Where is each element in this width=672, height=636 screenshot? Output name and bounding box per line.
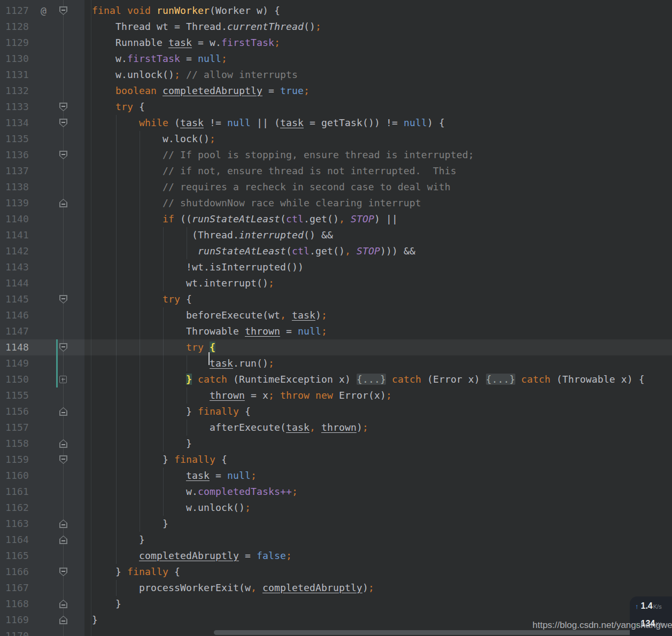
- code-text: w.completedTasks++;: [92, 484, 298, 500]
- fold-start-icon[interactable]: [59, 119, 67, 127]
- fold-end-icon[interactable]: [59, 439, 67, 448]
- code-line[interactable]: 1141 (Thread.interrupted() &&: [0, 227, 672, 243]
- code-text: } finally {: [92, 564, 180, 580]
- line-number: 1148: [0, 339, 29, 355]
- line-number: 1140: [0, 211, 29, 227]
- line-number: 1149: [0, 355, 29, 371]
- code-text: // If pool is stopping, ensure thread is…: [92, 147, 474, 163]
- line-number: 1132: [0, 83, 29, 99]
- code-line[interactable]: 1135 w.lock();: [0, 131, 672, 147]
- code-text: Runnable task = w.firstTask;: [92, 35, 280, 51]
- code-text: // requires a recheck in second case to …: [92, 179, 451, 195]
- line-number: 1162: [0, 500, 29, 516]
- line-number: 1155: [0, 387, 29, 404]
- fold-start-icon[interactable]: [59, 151, 67, 159]
- code-line[interactable]: 1131 w.unlock(); // allow interrupts: [0, 67, 672, 83]
- line-number: 1137: [0, 163, 29, 179]
- code-line[interactable]: 1147 Throwable thrown = null;: [0, 323, 672, 339]
- fold-start-icon[interactable]: [59, 455, 67, 464]
- line-number: 1130: [0, 51, 29, 67]
- code-line[interactable]: 1159 } finally {: [0, 452, 672, 468]
- upload-arrow-icon: ↑: [635, 602, 639, 610]
- code-text: Thread wt = Thread.currentThread();: [92, 19, 321, 35]
- code-line[interactable]: 1137 // if not, ensure thread is not int…: [0, 163, 672, 179]
- code-line[interactable]: 1142 runStateAtLeast(ctl.get(), STOP))) …: [0, 243, 672, 259]
- code-text: } finally {: [92, 452, 227, 468]
- code-line[interactable]: 1164 }: [0, 532, 672, 548]
- code-line[interactable]: 1146 beforeExecute(wt, task);: [0, 307, 672, 323]
- line-number: 1129: [0, 35, 29, 51]
- line-number: 1160: [0, 468, 29, 484]
- upload-speed-row: ↑ 1.4 K/s: [630, 601, 672, 613]
- code-text: task = null;: [92, 468, 257, 484]
- code-line[interactable]: 1127@final void runWorker(Worker w) {: [0, 3, 672, 19]
- line-number: 1134: [0, 115, 29, 131]
- code-line[interactable]: 1148 try {: [0, 339, 672, 355]
- fold-end-icon[interactable]: [59, 536, 67, 544]
- ide-editor-window: 1127@final void runWorker(Worker w) {112…: [0, 0, 672, 636]
- line-number: 1133: [0, 99, 29, 115]
- code-line[interactable]: 1156 } finally {: [0, 404, 672, 420]
- code-text: w.unlock(); // allow interrupts: [92, 67, 298, 83]
- code-line[interactable]: 1166 } finally {: [0, 564, 672, 580]
- code-line[interactable]: 1167 processWorkerExit(w, completedAbrup…: [0, 580, 672, 596]
- code-text: wt.interrupt();: [92, 275, 274, 291]
- fold-expand-icon[interactable]: [59, 376, 67, 383]
- horizontal-scrollbar[interactable]: [214, 630, 656, 635]
- fold-end-icon[interactable]: [59, 519, 67, 528]
- fold-start-icon[interactable]: [59, 6, 67, 15]
- line-number: 1143: [0, 259, 29, 275]
- code-line[interactable]: 1140 if ((runStateAtLeast(ctl.get(), STO…: [0, 211, 672, 227]
- line-number: 1144: [0, 275, 29, 291]
- line-number: 1142: [0, 243, 29, 259]
- code-line[interactable]: 1168 }: [0, 596, 672, 612]
- fold-end-icon[interactable]: [59, 600, 67, 608]
- line-number: 1138: [0, 179, 29, 195]
- code-text: final void runWorker(Worker w) {: [92, 3, 280, 19]
- code-line[interactable]: 1158 }: [0, 436, 672, 452]
- code-line[interactable]: 1165 completedAbruptly = false;: [0, 548, 672, 564]
- code-text: afterExecute(task, thrown);: [92, 420, 368, 436]
- code-line[interactable]: 1162 w.unlock();: [0, 500, 672, 516]
- code-line[interactable]: 1157 afterExecute(task, thrown);: [0, 420, 672, 436]
- line-number: 1131: [0, 67, 29, 83]
- code-line[interactable]: 1136 // If pool is stopping, ensure thre…: [0, 147, 672, 163]
- code-text: (Thread.interrupted() &&: [92, 227, 333, 243]
- fold-end-icon[interactable]: [59, 616, 67, 624]
- code-line[interactable]: 1145 try {: [0, 291, 672, 307]
- code-line[interactable]: 1149 task.run();: [0, 355, 672, 371]
- vcs-change-bar: [56, 339, 58, 387]
- code-line[interactable]: 1144 wt.interrupt();: [0, 275, 672, 291]
- code-line[interactable]: 1132 boolean completedAbruptly = true;: [0, 83, 672, 99]
- code-line[interactable]: 1139 // shutdownNow race while clearing …: [0, 195, 672, 211]
- folded-code-chip[interactable]: {...}: [486, 374, 515, 385]
- fold-start-icon[interactable]: [59, 343, 67, 352]
- code-text: task.run();: [92, 355, 274, 371]
- code-line[interactable]: 1128 Thread wt = Thread.currentThread();: [0, 19, 672, 35]
- code-line[interactable]: 1133 try {: [0, 99, 672, 115]
- code-line[interactable]: 1143 !wt.isInterrupted()): [0, 259, 672, 275]
- fold-start-icon[interactable]: [59, 295, 67, 304]
- fold-end-icon[interactable]: [59, 199, 67, 207]
- fold-end-icon[interactable]: [59, 407, 67, 416]
- code-text: try {: [92, 99, 145, 115]
- line-number: 1161: [0, 484, 29, 500]
- code-line[interactable]: 1134 while (task != null || (task = getT…: [0, 115, 672, 131]
- code-line[interactable]: 1129 Runnable task = w.firstTask;: [0, 35, 672, 51]
- fold-start-icon[interactable]: [59, 103, 67, 111]
- folded-code-chip[interactable]: {...}: [357, 374, 386, 385]
- code-line[interactable]: 1163 }: [0, 516, 672, 532]
- code-area[interactable]: 1127@final void runWorker(Worker w) {112…: [0, 0, 672, 636]
- code-text: Throwable thrown = null;: [92, 323, 327, 339]
- code-text: }: [92, 436, 192, 452]
- code-line[interactable]: 1161 w.completedTasks++;: [0, 484, 672, 500]
- code-line[interactable]: 1150 } catch (RuntimeException x) {...} …: [0, 371, 672, 387]
- line-number: 1159: [0, 452, 29, 468]
- annotation-icon: @: [41, 3, 47, 19]
- code-line[interactable]: 1138 // requires a recheck in second cas…: [0, 179, 672, 195]
- fold-start-icon[interactable]: [59, 568, 67, 576]
- code-text: }: [92, 612, 98, 628]
- code-line[interactable]: 1160 task = null;: [0, 468, 672, 484]
- code-line[interactable]: 1130 w.firstTask = null;: [0, 51, 672, 67]
- code-line[interactable]: 1155 thrown = x; throw new Error(x);: [0, 387, 672, 404]
